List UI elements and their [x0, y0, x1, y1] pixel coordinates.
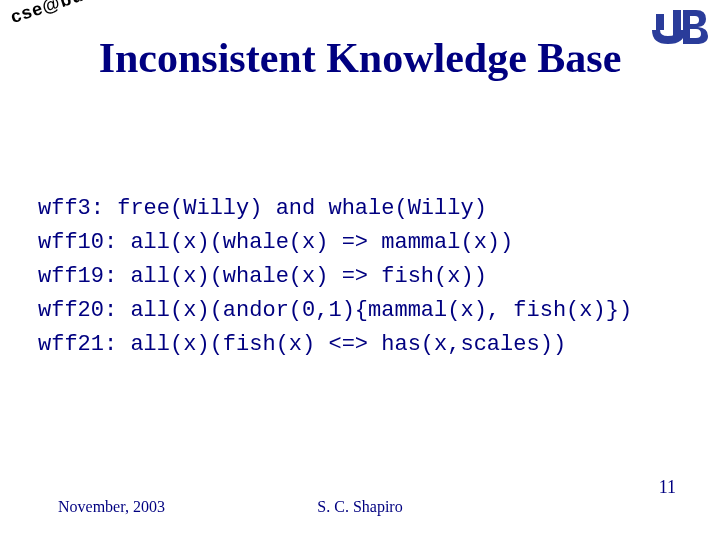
slide-title: Inconsistent Knowledge Base: [0, 34, 720, 82]
footer-author: S. C. Shapiro: [0, 498, 720, 516]
slide-body: wff3: free(Willy) and whale(Willy) wff10…: [38, 158, 682, 363]
wff-line: wff19: all(x)(whale(x) => fish(x)): [38, 264, 487, 289]
wff-line: wff10: all(x)(whale(x) => mammal(x)): [38, 230, 513, 255]
wff-line: wff21: all(x)(fish(x) <=> has(x,scales)): [38, 332, 566, 357]
wff-line: wff20: all(x)(andor(0,1){mammal(x), fish…: [38, 298, 632, 323]
wff-line: wff3: free(Willy) and whale(Willy): [38, 196, 487, 221]
slide: cse@buffalo Inconsistent Knowledge Base …: [0, 0, 720, 540]
footer-page-number: 11: [659, 477, 676, 498]
svg-rect-1: [656, 14, 664, 30]
org-tag: cse@buffalo: [8, 0, 127, 28]
